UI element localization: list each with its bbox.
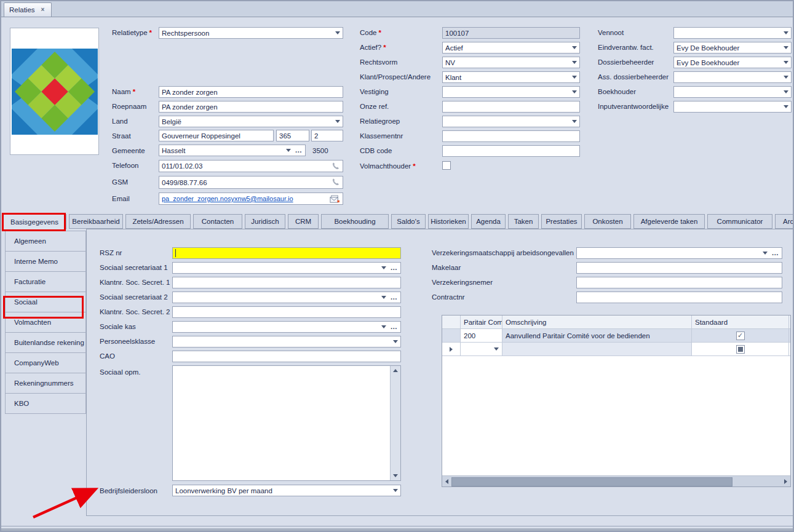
grid-row-1[interactable]: 200 Aanvullend Paritair Comité voor de b…	[442, 329, 790, 343]
klant-prospect-dropdown[interactable]: Klant	[442, 71, 580, 83]
grid-newrow-standaard[interactable]	[692, 343, 789, 355]
checkbox-indeterminate-icon[interactable]	[736, 345, 745, 354]
tab-bereikbaarheid[interactable]: Bereikbaarheid	[69, 214, 123, 229]
cao-input[interactable]	[172, 351, 401, 362]
grid-new-row[interactable]	[442, 343, 790, 356]
grid-header-standaard[interactable]: Standaard	[692, 316, 789, 328]
scroll-right-button[interactable]	[781, 477, 790, 486]
vennoot-dropdown[interactable]	[673, 27, 792, 39]
klantnr-soc-secret1-input[interactable]	[172, 277, 401, 288]
vertical-scrollbar[interactable]	[390, 366, 400, 480]
contractnr-input[interactable]	[576, 292, 782, 303]
grid-row1-omschrijving[interactable]: Aanvullend Paritair Comité voor de bedie…	[502, 329, 692, 342]
cdb-code-input[interactable]	[442, 145, 580, 157]
grid-header-omschrijving[interactable]: Omschrijving	[502, 316, 692, 328]
relatietype-label: Relatietype*	[112, 29, 152, 36]
boekhouder-dropdown[interactable]	[673, 86, 792, 98]
sociaal-secretariaat2-dropdown[interactable]: …	[172, 292, 401, 303]
straat-input[interactable]: Gouverneur Roppesingel	[159, 130, 274, 141]
bedrijfsleidersloon-dropdown[interactable]: Loonverwerking BV per maand	[172, 485, 401, 496]
huisnummer-input[interactable]: 365	[276, 130, 309, 141]
grid-row1-paritair[interactable]: 200	[461, 329, 502, 342]
klantnr-soc-secret2-input[interactable]	[172, 306, 401, 318]
tab-basisgegevens[interactable]: Basisgegevens	[2, 214, 66, 229]
tab-taken[interactable]: Taken	[508, 214, 539, 229]
tab-contacten[interactable]: Contacten	[193, 214, 242, 229]
verzekering-dropdown[interactable]: …	[576, 247, 782, 259]
checkbox-checked-icon[interactable]: ✓	[736, 332, 745, 340]
roepnaam-input[interactable]: PA zonder zorgen	[159, 101, 343, 113]
telefoon-input[interactable]: 011/01.02.03	[159, 160, 343, 172]
eindverantw-dropdown[interactable]: Evy De Boekhouder	[673, 42, 792, 54]
onze-ref-input[interactable]	[442, 101, 580, 113]
naam-input[interactable]: PA zonder zorgen	[159, 86, 343, 98]
grid-row1-standaard[interactable]: ✓	[692, 329, 789, 342]
verzekeringsnemer-input[interactable]	[576, 277, 782, 288]
tab-crm[interactable]: CRM	[288, 214, 319, 229]
vestiging-dropdown[interactable]	[442, 86, 580, 98]
tab-relaties[interactable]: Relaties ×	[4, 2, 52, 17]
ellipsis-button[interactable]: …	[772, 250, 780, 257]
gemeente-dropdown[interactable]: Hasselt…	[159, 145, 306, 156]
sidebar-item-kbo[interactable]: KBO	[5, 393, 86, 414]
ellipsis-button[interactable]: …	[391, 264, 399, 272]
land-dropdown[interactable]: België	[159, 116, 343, 127]
sidebar-item-facturatie[interactable]: Facturatie	[5, 271, 86, 292]
sidebar-item-sociaal[interactable]: Sociaal	[5, 292, 86, 312]
sidebar-item-rekeningnummers[interactable]: Rekeningnummers	[5, 373, 86, 394]
tab-juridisch[interactable]: Juridisch	[245, 214, 285, 229]
volmachthouder-checkbox[interactable]	[442, 161, 451, 170]
phone-icon[interactable]	[331, 178, 340, 187]
tab-agenda[interactable]: Agenda	[471, 214, 506, 229]
makelaar-input[interactable]	[576, 262, 782, 274]
sidebar-item-interne-memo[interactable]: Interne Memo	[5, 251, 86, 272]
phone-icon[interactable]	[331, 162, 340, 171]
klantnr-soc-secret1-label: Klantnr. Soc. Secret. 1	[100, 279, 170, 286]
gsm-input[interactable]: 0499/88.77.66	[159, 176, 343, 189]
grid-newrow-omschrijving[interactable]	[502, 343, 692, 355]
sociale-kas-dropdown[interactable]: …	[172, 321, 401, 333]
email-link[interactable]: pa_zonder_zorgen.nosyxnw5@mailosaur.io	[162, 195, 293, 202]
sociaal-secretariaat1-dropdown[interactable]: …	[172, 262, 401, 274]
ellipsis-button[interactable]: …	[295, 147, 303, 154]
sidebar-item-volmachten[interactable]: Volmachten	[5, 312, 86, 333]
tab-boekhouding[interactable]: Boekhouding	[321, 214, 389, 229]
ass-dossierbeheerder-dropdown[interactable]	[673, 71, 792, 83]
scroll-down-button[interactable]	[391, 471, 400, 480]
grid-newrow-paritair-dropdown[interactable]	[461, 343, 502, 355]
rechtsvorm-dropdown[interactable]: NV	[442, 57, 580, 68]
email-field[interactable]: pa_zonder_zorgen.nosyxnw5@mailosaur.io	[159, 193, 343, 205]
close-icon[interactable]: ×	[41, 7, 45, 13]
bus-input[interactable]: 2	[311, 130, 343, 141]
dossierbeheerder-dropdown[interactable]: Evy De Boekhouder	[673, 57, 792, 68]
tab-saldos[interactable]: Saldo's	[391, 214, 426, 229]
sidebar-item-companyweb[interactable]: CompanyWeb	[5, 352, 86, 373]
scroll-up-button[interactable]	[391, 366, 400, 375]
grid-horizontal-scrollbar[interactable]	[442, 475, 790, 486]
relatiegroep-dropdown[interactable]	[442, 116, 580, 127]
sidebar-item-buitenlandse-rekening[interactable]: Buitenlandse rekening	[5, 332, 86, 353]
ellipsis-button[interactable]: …	[391, 324, 399, 331]
rsz-input[interactable]	[172, 247, 401, 259]
send-email-icon[interactable]	[330, 195, 340, 203]
tab-onkosten[interactable]: Onkosten	[584, 214, 631, 229]
tab-afgeleverde-taken[interactable]: Afgeleverde taken	[633, 214, 705, 229]
sidebar-item-algemeen[interactable]: Algemeen	[5, 231, 86, 252]
tab-communicator[interactable]: Communicator	[707, 214, 772, 229]
tab-archief-truncated[interactable]: Arc	[775, 214, 794, 229]
relatietype-dropdown[interactable]: Rechtspersoon	[159, 27, 343, 39]
chevron-down-icon	[784, 31, 788, 34]
ellipsis-button[interactable]: …	[391, 294, 399, 301]
scrollbar-thumb[interactable]	[451, 477, 732, 486]
tab-historieken[interactable]: Historieken	[428, 214, 469, 229]
tab-zetels-adressen[interactable]: Zetels/Adressen	[125, 214, 191, 229]
grid-header-paritair-comite[interactable]: Paritair Comité	[461, 316, 502, 328]
chevron-down-icon	[763, 252, 768, 255]
klassementnr-input[interactable]	[442, 130, 580, 142]
actief-dropdown[interactable]: Actief	[442, 42, 580, 54]
inputverantwoordelijke-dropdown[interactable]	[673, 101, 792, 113]
personeelsklasse-dropdown[interactable]	[172, 336, 401, 347]
tab-prestaties[interactable]: Prestaties	[541, 214, 582, 229]
sociaal-opm-textarea[interactable]	[172, 365, 401, 481]
scroll-left-button[interactable]	[442, 477, 451, 486]
